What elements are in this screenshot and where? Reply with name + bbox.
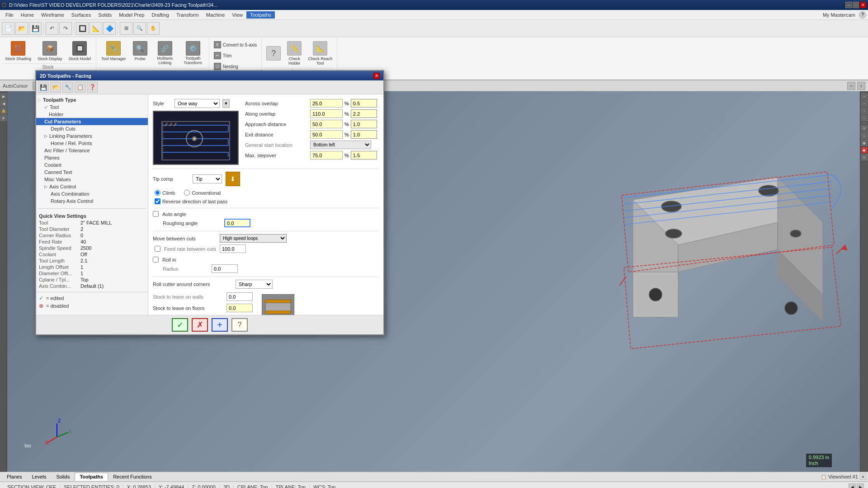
tb-view2[interactable]: 📐 bbox=[90, 22, 102, 35]
style-dropdown-arrow[interactable]: ▼ bbox=[222, 99, 230, 108]
approach-dist-pct[interactable] bbox=[310, 120, 343, 128]
dlg-tb-save[interactable]: 💾 bbox=[38, 82, 49, 93]
tb-view1[interactable]: 🔲 bbox=[76, 22, 89, 35]
ac-view-btn-2[interactable]: ↕ bbox=[857, 82, 865, 90]
ribbon-btn-stock-model[interactable]: 🔲 Stock Model bbox=[66, 40, 94, 62]
nav-btn-9[interactable]: ⊙ bbox=[861, 154, 868, 160]
minimize-btn[interactable]: ─ bbox=[845, 2, 852, 8]
menu-surfaces[interactable]: Surfaces bbox=[68, 11, 94, 19]
ribbon-btn-convert5axis[interactable]: 5 Convert to 5-axis bbox=[212, 40, 259, 50]
ribbon-btn-multiaxis[interactable]: 🔗 Multiaxis Linking bbox=[152, 40, 178, 67]
general-start-select[interactable]: Bottom left Bottom right Top left Top ri… bbox=[310, 141, 371, 149]
feed-rate-checkbox[interactable] bbox=[155, 246, 160, 252]
menu-modelprep[interactable]: Model Prep bbox=[115, 11, 148, 19]
tree-item-coolant[interactable]: Coolant bbox=[36, 161, 148, 169]
tab-recent[interactable]: Recent Functions bbox=[108, 473, 157, 481]
roll-in-checkbox[interactable] bbox=[153, 257, 159, 263]
tree-item-canned-text[interactable]: Canned Text bbox=[36, 169, 148, 176]
status-btn-2[interactable]: ▶ bbox=[857, 483, 864, 488]
viewsheet-add[interactable]: + bbox=[860, 474, 866, 480]
radius-input[interactable] bbox=[212, 264, 238, 273]
nav-btn-2[interactable]: − bbox=[861, 100, 868, 107]
dialog-title-bar[interactable]: 2D Toolpaths - Facing ✕ bbox=[36, 71, 383, 80]
feed-rate-input[interactable] bbox=[220, 244, 246, 253]
conventional-radio[interactable]: Conventional bbox=[184, 190, 221, 196]
tree-item-tool[interactable]: ✓ Tool bbox=[36, 103, 148, 111]
ribbon-btn-trim[interactable]: ✂ Trim bbox=[212, 51, 259, 61]
nav-btn-1[interactable]: + bbox=[861, 93, 868, 99]
help-button[interactable]: ? bbox=[231, 318, 248, 332]
ac-view-btn-1[interactable]: ↔ bbox=[847, 82, 855, 90]
nav-btn-8[interactable]: ■ bbox=[861, 147, 868, 153]
tab-levels[interactable]: Levels bbox=[27, 473, 52, 481]
ok-button[interactable]: ✓ bbox=[172, 318, 188, 332]
reverse-dir-checkbox[interactable] bbox=[155, 198, 160, 204]
ribbon-btn-stock-shading[interactable]: 🟫 Stock Shading bbox=[3, 40, 33, 62]
along-overlap-pct[interactable] bbox=[310, 109, 343, 118]
nav-btn-6[interactable]: ⌂ bbox=[861, 132, 868, 139]
dlg-tb-load[interactable]: 📂 bbox=[50, 82, 61, 93]
tb-save[interactable]: 💾 bbox=[29, 22, 42, 35]
tab-planes[interactable]: Planes bbox=[2, 473, 27, 481]
tree-item-holder[interactable]: Holder bbox=[36, 111, 148, 118]
menu-view[interactable]: View bbox=[228, 11, 246, 19]
stock-floors-input[interactable] bbox=[226, 304, 253, 312]
nav-btn-7[interactable]: ◉ bbox=[861, 140, 868, 146]
style-select[interactable]: One way Zigzag Spiral bbox=[175, 99, 220, 108]
nav-btn-5[interactable]: ⟳ bbox=[861, 125, 868, 131]
ribbon-btn-tool-manager[interactable]: 🔧 Tool Manager bbox=[99, 40, 128, 67]
across-overlap-val[interactable] bbox=[351, 99, 377, 108]
dlg-tb-copy[interactable]: 📋 bbox=[75, 82, 85, 93]
max-stepover-val[interactable] bbox=[351, 151, 377, 160]
menu-transform[interactable]: Transform bbox=[173, 11, 203, 19]
auto-angle-checkbox[interactable] bbox=[153, 211, 159, 217]
ribbon-btn-probe[interactable]: 🔍 Probe bbox=[130, 40, 150, 67]
exit-dist-val[interactable] bbox=[351, 130, 377, 139]
dlg-tb-tool[interactable]: 🔧 bbox=[62, 82, 73, 93]
sidebar-btn-1[interactable]: ▶ bbox=[0, 93, 7, 99]
nav-btn-4[interactable]: ○ bbox=[861, 115, 868, 121]
exit-dist-pct[interactable] bbox=[310, 130, 343, 139]
ribbon-btn-check-holder[interactable]: 📏 CheckHolder bbox=[284, 40, 304, 67]
tb-zoom[interactable]: 🔍 bbox=[133, 22, 146, 35]
max-stepover-pct[interactable] bbox=[310, 151, 343, 160]
ribbon-btn-help[interactable]: ? bbox=[264, 45, 283, 62]
menu-toolpaths[interactable]: Toolpaths bbox=[246, 11, 275, 19]
approach-dist-val[interactable] bbox=[351, 120, 377, 128]
tb-fit[interactable]: ⊞ bbox=[120, 22, 132, 35]
tree-item-linking-params[interactable]: ▷ Linking Parameters bbox=[36, 132, 148, 140]
across-overlap-pct[interactable] bbox=[310, 99, 343, 108]
tree-item-home-rel[interactable]: Home / Rel. Points bbox=[36, 140, 148, 147]
roll-cutter-select[interactable]: Sharp Round None bbox=[236, 280, 273, 289]
tb-undo[interactable]: ↶ bbox=[46, 22, 58, 35]
menu-home[interactable]: Home bbox=[17, 11, 38, 19]
menu-solids[interactable]: Solids bbox=[94, 11, 115, 19]
ribbon-btn-transform[interactable]: ⚙️ Toolpath Transform bbox=[180, 40, 206, 67]
along-overlap-val[interactable] bbox=[351, 109, 377, 118]
menu-drafting[interactable]: Drafting bbox=[148, 11, 173, 19]
tree-item-planes[interactable]: Planes bbox=[36, 154, 148, 161]
close-btn[interactable]: ✕ bbox=[860, 2, 866, 8]
menu-wireframe[interactable]: Wireframe bbox=[38, 11, 68, 19]
menu-machine[interactable]: Machine bbox=[203, 11, 229, 19]
roughing-angle-input[interactable] bbox=[224, 219, 250, 227]
tb-redo[interactable]: ↷ bbox=[59, 22, 72, 35]
tb-view3[interactable]: 🔷 bbox=[103, 22, 116, 35]
ribbon-btn-check-reach[interactable]: 📐 Check ReachTool bbox=[306, 40, 334, 67]
dialog-close-btn[interactable]: ✕ bbox=[373, 73, 380, 79]
tb-open[interactable]: 📂 bbox=[15, 22, 28, 35]
sidebar-btn-2[interactable]: ◀ bbox=[0, 100, 7, 107]
tree-item-depth-cuts[interactable]: Depth Cuts bbox=[36, 125, 148, 132]
cancel-button[interactable]: ✗ bbox=[192, 318, 208, 332]
tree-item-arc-filter[interactable]: Arc Filter / Tolerance bbox=[36, 147, 148, 154]
tree-item-rotary-axis[interactable]: Rotary Axis Control bbox=[36, 197, 148, 205]
dlg-tb-help[interactable]: ❓ bbox=[87, 82, 98, 93]
tip-comp-select[interactable]: Tip Center bbox=[193, 174, 222, 183]
tree-item-misc-values[interactable]: Misc Values bbox=[36, 176, 148, 183]
sidebar-btn-3[interactable]: 🔒 bbox=[0, 108, 7, 114]
tree-item-axis-combination[interactable]: Axis Combination bbox=[36, 190, 148, 197]
tree-item-axis-control[interactable]: ▷ Axis Control bbox=[36, 183, 148, 190]
sidebar-btn-4[interactable]: ⊕ bbox=[0, 115, 7, 121]
tb-pan[interactable]: ✋ bbox=[147, 22, 160, 35]
nav-btn-3[interactable]: ↕ bbox=[861, 108, 868, 114]
